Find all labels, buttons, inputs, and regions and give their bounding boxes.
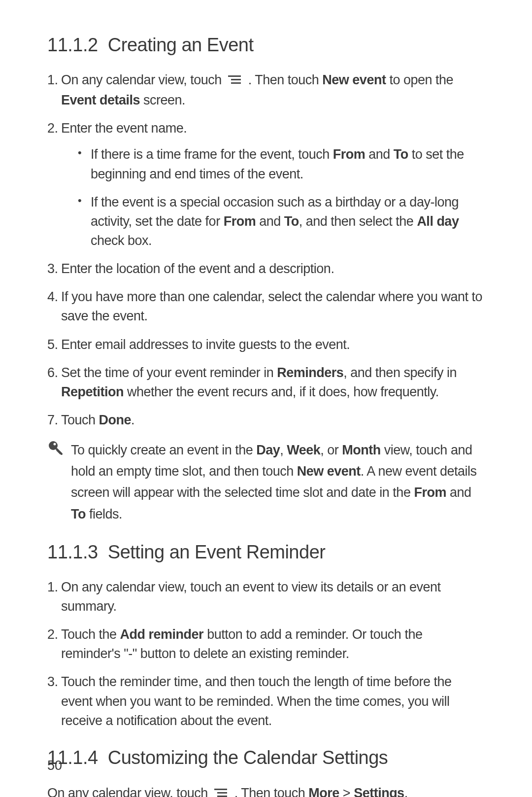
sub-text: and bbox=[256, 214, 284, 229]
menu-icon bbox=[228, 71, 242, 91]
section-title: Setting an Event Reminder bbox=[108, 542, 326, 562]
step-text: Touch bbox=[61, 413, 99, 427]
bold-text: New event bbox=[322, 72, 386, 87]
step-3: Touch the reminder time, and then touch … bbox=[47, 672, 485, 730]
step-2: Enter the event name. If there is a time… bbox=[47, 119, 485, 250]
tip-part: fields. bbox=[86, 507, 122, 521]
bold-text: From bbox=[414, 485, 446, 500]
page-number: 50 bbox=[47, 758, 62, 773]
section-title: Customizing the Calendar Settings bbox=[108, 747, 388, 768]
sub-text: and bbox=[365, 147, 394, 162]
step-7: Touch Done. bbox=[47, 411, 485, 430]
sub-text: check box. bbox=[91, 233, 152, 248]
tip-icon-wrap bbox=[47, 440, 71, 458]
lead-part: On any calendar view, touch bbox=[47, 786, 211, 797]
section-heading-11-1-4: 11.1.4 Customizing the Calendar Settings bbox=[47, 747, 485, 768]
step-6: Set the time of your event reminder in R… bbox=[47, 363, 485, 402]
tip-part: , bbox=[280, 443, 287, 457]
steps-list-set-reminder: On any calendar view, touch an event to … bbox=[47, 578, 485, 730]
svg-rect-2 bbox=[231, 82, 241, 84]
bold-text: To bbox=[71, 507, 86, 521]
sub-text: If there is a time frame for the event, … bbox=[91, 147, 333, 162]
step-text: Enter the location of the event and a de… bbox=[61, 261, 334, 276]
bold-text: Add reminder bbox=[120, 627, 204, 642]
section-number: 11.1.2 bbox=[47, 35, 98, 55]
step-text: Enter the event name. bbox=[61, 121, 187, 136]
section-number: 11.1.3 bbox=[47, 542, 98, 562]
bold-text: Reminders bbox=[277, 365, 343, 380]
sub-list: If there is a time frame for the event, … bbox=[61, 145, 485, 250]
svg-rect-1 bbox=[231, 79, 241, 80]
step-text: On any calendar view, touch an event to … bbox=[61, 580, 440, 614]
svg-rect-6 bbox=[217, 792, 227, 794]
lead-part: > bbox=[339, 786, 354, 797]
menu-icon bbox=[214, 784, 228, 797]
sub-item: If there is a time frame for the event, … bbox=[78, 145, 485, 183]
step-text: On any calendar view, touch bbox=[61, 72, 225, 87]
bold-text: Day bbox=[256, 443, 280, 457]
bold-text: Repetition bbox=[61, 384, 124, 399]
bold-text: Week bbox=[287, 443, 320, 457]
document-page: 11.1.2 Creating an Event On any calendar… bbox=[0, 0, 532, 797]
tip-part: To quickly create an event in the bbox=[71, 443, 256, 457]
tip-block: To quickly create an event in the Day, W… bbox=[47, 440, 485, 525]
step-text: Touch the reminder time, and then touch … bbox=[61, 674, 452, 728]
svg-point-4 bbox=[54, 443, 56, 446]
bold-text: New event bbox=[297, 464, 361, 479]
step-1: On any calendar view, touch . Then touch… bbox=[47, 70, 485, 110]
lead-part: . bbox=[404, 786, 408, 797]
step-text: If you have more than one calendar, sele… bbox=[61, 289, 482, 323]
section-heading-11-1-2: 11.1.2 Creating an Event bbox=[47, 35, 485, 56]
step-text: screen. bbox=[140, 93, 185, 107]
bold-text: Event details bbox=[61, 93, 140, 107]
step-2: Touch the Add reminder button to add a r… bbox=[47, 625, 485, 663]
bold-text: Month bbox=[342, 443, 380, 457]
step-text: Set the time of your event reminder in bbox=[61, 365, 277, 380]
sub-text: , and then select the bbox=[299, 214, 417, 229]
steps-list-create-event: On any calendar view, touch . Then touch… bbox=[47, 70, 485, 430]
tip-part: , or bbox=[320, 443, 342, 457]
step-text: whether the event recurs and, if it does… bbox=[124, 384, 439, 399]
step-text: Enter email addresses to invite guests t… bbox=[61, 337, 350, 352]
step-text: , and then specify in bbox=[343, 365, 457, 380]
bold-text: Settings bbox=[354, 786, 404, 797]
step-5: Enter email addresses to invite guests t… bbox=[47, 335, 485, 354]
bold-text: All day bbox=[417, 214, 459, 229]
tip-part: and bbox=[446, 485, 471, 500]
svg-rect-0 bbox=[228, 75, 241, 77]
bold-text: To bbox=[394, 147, 408, 162]
bold-text: To bbox=[284, 214, 299, 229]
tip-text: To quickly create an event in the Day, W… bbox=[71, 440, 485, 525]
bold-text: More bbox=[308, 786, 339, 797]
svg-rect-5 bbox=[214, 789, 227, 790]
step-text: to open the bbox=[386, 72, 453, 87]
section-title: Creating an Event bbox=[108, 35, 254, 55]
step-3: Enter the location of the event and a de… bbox=[47, 259, 485, 278]
lead-text: On any calendar view, touch . Then touch… bbox=[47, 783, 485, 797]
svg-rect-7 bbox=[217, 796, 227, 797]
sub-item: If the event is a special occasion such … bbox=[78, 193, 485, 250]
section-heading-11-1-3: 11.1.3 Setting an Event Reminder bbox=[47, 542, 485, 563]
step-text: Touch the bbox=[61, 627, 120, 642]
step-text: . Then touch bbox=[248, 72, 323, 87]
bold-text: From bbox=[333, 147, 366, 162]
step-4: If you have more than one calendar, sele… bbox=[47, 287, 485, 326]
bold-text: From bbox=[224, 214, 256, 229]
bold-text: Done bbox=[99, 413, 132, 427]
tip-icon bbox=[47, 441, 63, 456]
step-text: . bbox=[131, 413, 134, 427]
step-1: On any calendar view, touch an event to … bbox=[47, 578, 485, 616]
lead-part: . Then touch bbox=[234, 786, 309, 797]
